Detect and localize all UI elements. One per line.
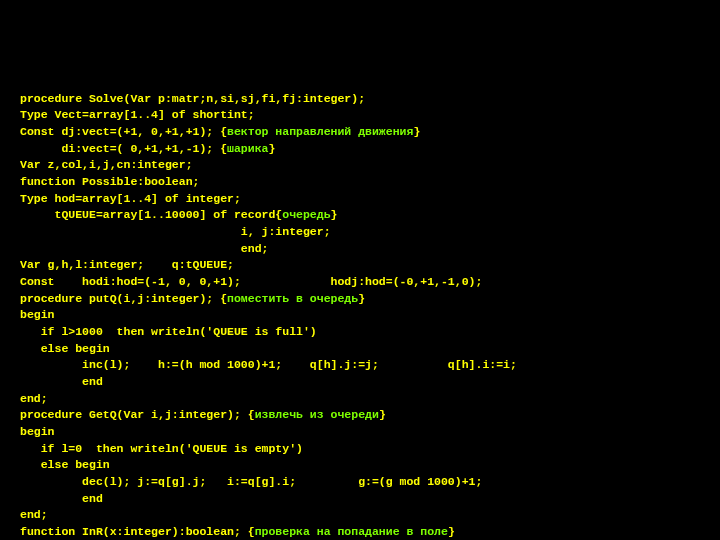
code-line: procedure Solve(Var p:matr;n,si,sj,fi,fj… <box>20 91 700 108</box>
code-block: procedure Solve(Var p:matr;n,si,sj,fi,fj… <box>20 91 700 540</box>
code-text: else begin <box>20 342 110 355</box>
code-line: tQUEUE=array[1..10000] of record{очередь… <box>20 207 700 224</box>
code-text: i, j:integer; <box>20 225 331 238</box>
code-line: end <box>20 374 700 391</box>
code-text: procedure GetQ(Var i,j:integer); { <box>20 408 255 421</box>
code-line: if l>1000 then writeln('QUEUE is full') <box>20 324 700 341</box>
code-comment: проверка на попадание в поле <box>255 525 448 538</box>
code-text: begin <box>20 308 55 321</box>
code-line: end; <box>20 391 700 408</box>
code-text: end; <box>20 242 268 255</box>
code-comment: очередь <box>282 208 330 221</box>
code-comment: извлечь из очереди <box>255 408 379 421</box>
code-text: function InR(x:integer):boolean; { <box>20 525 255 538</box>
code-comment: поместить в очередь <box>227 292 358 305</box>
code-text: Const dj:vect=(+1, 0,+1,+1); { <box>20 125 227 138</box>
code-text: function Possible:boolean; <box>20 175 199 188</box>
code-text: } <box>448 525 455 538</box>
code-line: i, j:integer; <box>20 224 700 241</box>
code-line: Const hodi:hod=(-1, 0, 0,+1); hodj:hod=(… <box>20 274 700 291</box>
code-text: Var g,h,l:integer; q:tQUEUE; <box>20 258 234 271</box>
code-line: if l=0 then writeln('QUEUE is empty') <box>20 441 700 458</box>
code-line: dec(l); j:=q[g].j; i:=q[g].i; g:=(g mod … <box>20 474 700 491</box>
code-line: inc(l); h:=(h mod 1000)+1; q[h].j:=j; q[… <box>20 357 700 374</box>
code-text: end; <box>20 508 48 521</box>
code-line: function Possible:boolean; <box>20 174 700 191</box>
code-line: else begin <box>20 341 700 358</box>
code-text: } <box>358 292 365 305</box>
code-text: end <box>20 492 103 505</box>
code-comment: вектор направлений движения <box>227 125 413 138</box>
code-line: procedure GetQ(Var i,j:integer); {извлеч… <box>20 407 700 424</box>
code-line: end; <box>20 507 700 524</box>
code-text: Type Vect=array[1..4] of shortint; <box>20 108 255 121</box>
code-text: if l>1000 then writeln('QUEUE is full') <box>20 325 317 338</box>
code-line: begin <box>20 424 700 441</box>
code-comment: шарика <box>227 142 268 155</box>
code-line: function InR(x:integer):boolean; {провер… <box>20 524 700 540</box>
code-text: end; <box>20 392 48 405</box>
code-text: } <box>268 142 275 155</box>
code-text: tQUEUE=array[1..10000] of record{ <box>20 208 282 221</box>
code-line: di:vect=( 0,+1,+1,-1); {шарика} <box>20 141 700 158</box>
code-line: end <box>20 491 700 508</box>
code-text: } <box>379 408 386 421</box>
code-line: Var g,h,l:integer; q:tQUEUE; <box>20 257 700 274</box>
code-line: Var z,col,i,j,cn:integer; <box>20 157 700 174</box>
code-line: procedure putQ(i,j:integer); {поместить … <box>20 291 700 308</box>
code-text: procedure putQ(i,j:integer); { <box>20 292 227 305</box>
code-line: end; <box>20 241 700 258</box>
code-text: end <box>20 375 103 388</box>
code-text: begin <box>20 425 55 438</box>
code-line: Const dj:vect=(+1, 0,+1,+1); {вектор нап… <box>20 124 700 141</box>
code-text: Type hod=array[1..4] of integer; <box>20 192 241 205</box>
code-text: dec(l); j:=q[g].j; i:=q[g].i; g:=(g mod … <box>20 475 482 488</box>
code-text: } <box>413 125 420 138</box>
code-text: di:vect=( 0,+1,+1,-1); { <box>20 142 227 155</box>
code-text: } <box>331 208 338 221</box>
code-text: if l=0 then writeln('QUEUE is empty') <box>20 442 303 455</box>
code-text: inc(l); h:=(h mod 1000)+1; q[h].j:=j; q[… <box>20 358 517 371</box>
code-line: Type Vect=array[1..4] of shortint; <box>20 107 700 124</box>
code-text: procedure Solve(Var p:matr;n,si,sj,fi,fj… <box>20 92 365 105</box>
code-text: else begin <box>20 458 110 471</box>
code-line: Type hod=array[1..4] of integer; <box>20 191 700 208</box>
code-text: Var z,col,i,j,cn:integer; <box>20 158 193 171</box>
code-line: begin <box>20 307 700 324</box>
code-line: else begin <box>20 457 700 474</box>
code-text: Const hodi:hod=(-1, 0, 0,+1); hodj:hod=(… <box>20 275 482 288</box>
